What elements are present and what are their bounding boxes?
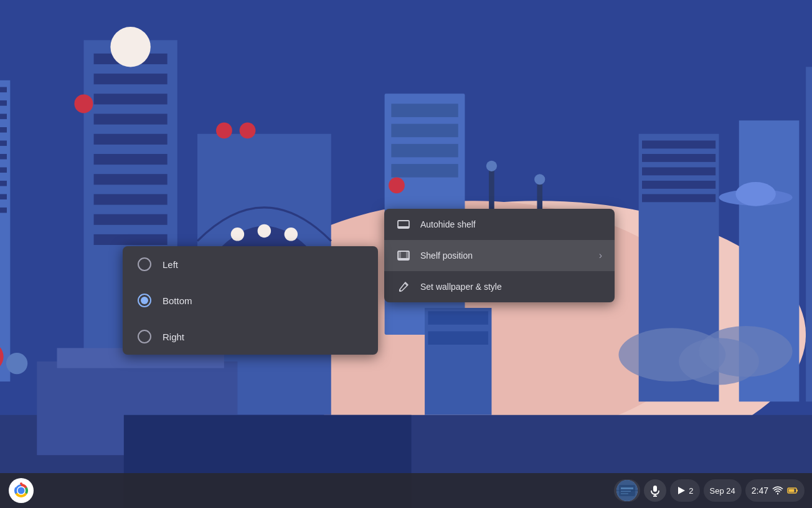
brush-icon: [397, 280, 410, 294]
svg-rect-43: [642, 181, 715, 189]
svg-rect-22: [0, 208, 7, 213]
svg-rect-30: [94, 174, 168, 185]
submenu-item-right[interactable]: Right: [123, 319, 378, 355]
svg-rect-61: [428, 332, 488, 345]
svg-rect-46: [806, 67, 812, 401]
svg-rect-19: [0, 167, 7, 173]
svg-rect-66: [398, 226, 409, 228]
chrome-app-icon[interactable]: [7, 477, 35, 504]
svg-rect-70: [398, 258, 409, 260]
svg-point-9: [486, 161, 497, 171]
svg-rect-83: [616, 490, 638, 491]
system-tray: 2 Sep 24 2:47: [614, 479, 805, 502]
svg-rect-7: [391, 164, 458, 177]
svg-rect-4: [391, 103, 458, 117]
svg-point-50: [216, 123, 232, 139]
wifi-icon: [772, 485, 783, 496]
context-menu: Autohide shelf Shelf position › Set wall…: [384, 209, 615, 302]
shelf-apps: [7, 477, 614, 504]
submenu-label-bottom: Bottom: [163, 295, 192, 306]
svg-rect-82: [621, 493, 628, 494]
menu-item-autohide-label: Autohide shelf: [420, 219, 602, 229]
svg-marker-87: [678, 487, 685, 494]
svg-point-64: [699, 326, 792, 377]
svg-point-74: [20, 482, 22, 485]
svg-point-77: [18, 487, 25, 494]
svg-rect-16: [0, 127, 7, 133]
menu-item-wallpaper-label: Set wallpaper & style: [420, 282, 602, 292]
svg-rect-42: [642, 167, 715, 175]
shelf-position-submenu: Left Bottom Right: [123, 246, 378, 355]
svg-rect-60: [428, 311, 488, 324]
svg-point-71: [399, 290, 401, 292]
svg-rect-15: [0, 114, 7, 120]
battery-icon: [787, 485, 798, 496]
svg-rect-44: [642, 194, 715, 202]
playback-button[interactable]: 2: [670, 479, 699, 502]
radio-right: [138, 330, 151, 343]
svg-rect-90: [789, 489, 795, 492]
svg-point-34: [110, 27, 150, 67]
svg-point-48: [735, 182, 775, 206]
svg-rect-31: [94, 194, 168, 204]
media-thumbnail[interactable]: [614, 479, 640, 502]
svg-rect-26: [94, 93, 168, 104]
svg-rect-32: [94, 214, 168, 225]
svg-rect-40: [642, 140, 715, 148]
svg-rect-18: [0, 154, 7, 160]
submenu-label-left: Left: [163, 259, 178, 270]
svg-rect-28: [94, 134, 168, 145]
radio-bottom-fill: [141, 297, 148, 304]
svg-point-54: [6, 353, 27, 374]
svg-point-52: [389, 178, 405, 194]
menu-item-shelf-position-label: Shelf position: [420, 251, 589, 261]
chevron-right-icon: ›: [599, 250, 602, 261]
svg-rect-41: [642, 154, 715, 162]
svg-rect-5: [391, 124, 458, 137]
shelf-position-icon: [397, 249, 410, 262]
svg-rect-12: [0, 80, 10, 381]
svg-rect-17: [0, 140, 7, 146]
submenu-item-bottom[interactable]: Bottom: [123, 282, 378, 319]
svg-rect-89: [796, 490, 798, 492]
shelf-icon: [397, 218, 410, 231]
media-art: [616, 480, 638, 501]
status-area[interactable]: 2:47: [745, 479, 805, 502]
svg-point-51: [240, 123, 256, 139]
menu-item-set-wallpaper[interactable]: Set wallpaper & style: [384, 271, 615, 302]
shelf: 2 Sep 24 2:47: [0, 473, 812, 508]
submenu-item-left[interactable]: Left: [123, 246, 378, 282]
svg-rect-25: [94, 74, 168, 84]
time-text: 2:47: [752, 486, 768, 496]
radio-left: [138, 257, 151, 271]
svg-point-36: [231, 228, 244, 241]
svg-point-37: [258, 224, 271, 237]
svg-rect-33: [94, 234, 168, 245]
svg-rect-27: [94, 114, 168, 125]
menu-item-shelf-position[interactable]: Shelf position ›: [384, 240, 615, 271]
svg-point-49: [74, 94, 93, 113]
submenu-label-right: Right: [163, 332, 184, 342]
svg-rect-29: [94, 154, 168, 165]
svg-rect-6: [391, 144, 458, 157]
svg-rect-80: [621, 487, 633, 489]
playback-count: 2: [689, 486, 693, 496]
date-text: Sep 24: [710, 486, 735, 496]
radio-bottom: [138, 294, 151, 307]
mic-button[interactable]: [644, 479, 666, 502]
svg-rect-13: [0, 87, 7, 93]
menu-item-autohide-shelf[interactable]: Autohide shelf: [384, 209, 615, 240]
svg-point-38: [285, 228, 298, 241]
svg-rect-20: [0, 181, 7, 186]
svg-rect-14: [0, 100, 7, 106]
svg-point-11: [534, 174, 545, 185]
svg-rect-84: [653, 486, 657, 492]
date-display[interactable]: Sep 24: [704, 479, 742, 502]
svg-rect-21: [0, 194, 7, 199]
